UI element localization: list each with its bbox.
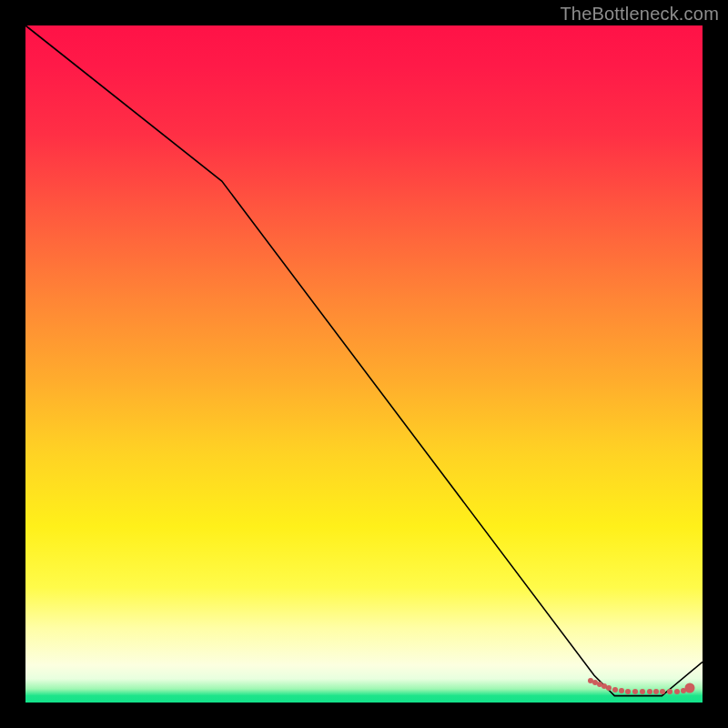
trough-dot <box>625 689 631 694</box>
trough-dot <box>647 689 652 694</box>
plot-area <box>25 25 703 703</box>
bottleneck-curve <box>25 25 703 696</box>
trough-marker-group <box>588 678 695 694</box>
trough-dot <box>674 689 680 694</box>
trough-end-dot <box>685 683 695 693</box>
chart-stage: TheBottleneck.com <box>0 0 728 728</box>
trough-dot <box>640 689 645 694</box>
trough-dot <box>606 685 612 691</box>
trough-dot <box>653 689 659 694</box>
watermark-text: TheBottleneck.com <box>560 4 719 25</box>
plot-svg <box>25 25 703 703</box>
trough-dot <box>667 689 672 694</box>
trough-dot <box>660 689 665 694</box>
trough-dot <box>619 688 624 693</box>
trough-dot <box>632 689 638 694</box>
trough-dot <box>612 687 618 693</box>
